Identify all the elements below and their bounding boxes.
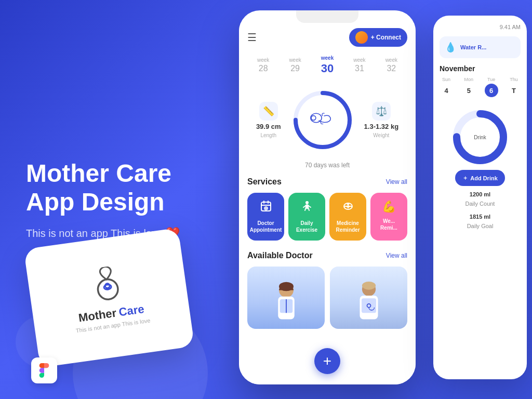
service-fourth-icon: 💪 [382, 200, 396, 214]
service-medicine-reminder[interactable]: MedicineReminder [329, 193, 366, 241]
logo-card: Mother Care This is not an app This is l… [23, 228, 194, 368]
week-selector[interactable]: week 28 week 29 week 30 week 31 week 32 [247, 55, 407, 75]
week-item-29[interactable]: week 29 [289, 57, 301, 73]
doctors-view-all[interactable]: View all [386, 252, 407, 259]
user-avatar [355, 31, 368, 44]
figma-badge [31, 357, 57, 383]
cal-day-mon[interactable]: Mon 5 [462, 77, 475, 97]
length-icon: 📏 [259, 102, 278, 121]
phone-mockup: ☰ + Connect week 28 week 29 week 30 week [239, 10, 416, 384]
brand-name-accent: Care [118, 302, 145, 320]
phone-screen[interactable]: ☰ + Connect week 28 week 29 week 30 week [239, 23, 416, 384]
service-doctor-label: DoctorAppointment [250, 220, 282, 233]
medicine-reminder-icon [342, 200, 354, 216]
doctor-card-female[interactable] [247, 267, 325, 329]
doctor-card-male[interactable] [330, 267, 407, 329]
baby-emoji [313, 105, 332, 135]
service-fourth-label: We...Remi... [380, 218, 397, 231]
service-medicine-label: MedicineReminder [336, 220, 360, 233]
services-view-all[interactable]: View all [386, 178, 407, 185]
doctors-title: Available Doctor [247, 251, 313, 260]
menu-icon[interactable]: ☰ [247, 31, 257, 44]
page-title: Mother Care App Design [26, 159, 213, 216]
plus-icon: ＋ [462, 174, 468, 182]
services-title: Services [247, 177, 282, 187]
services-grid: DoctorAppointment DailyExercise [247, 193, 407, 241]
water-reminder-text: Water R... [460, 44, 486, 50]
right-card-time: 9.41 AM [440, 24, 521, 30]
doctor-cards-grid [247, 267, 407, 329]
calendar-row: Sun 4 Mon 5 Tue 6 Thu T [440, 77, 521, 97]
water-tracker-section: Drink ＋ Add Drink 1200 ml Daily Count 18… [440, 109, 521, 231]
week-item-32[interactable]: week 32 [385, 57, 397, 73]
calendar-section: November Sun 4 Mon 5 Tue 6 Thu T [440, 64, 521, 97]
week-item-30-active[interactable]: week 30 [321, 55, 334, 75]
top-bar: ☰ + Connect [247, 28, 407, 47]
weight-icon: ⚖️ [372, 102, 391, 121]
svg-point-5 [311, 116, 316, 121]
brand-logo-icon [87, 264, 128, 305]
weight-stat: ⚖️ 1.3-1.32 kg Weight [364, 102, 399, 138]
phone-notch [296, 10, 358, 23]
water-count-section: 1200 ml Daily Count [466, 190, 495, 208]
svg-rect-26 [362, 298, 376, 313]
figma-icon [37, 363, 51, 378]
connect-button[interactable]: + Connect [349, 28, 407, 47]
service-doctor-appointment[interactable]: DoctorAppointment [247, 193, 284, 241]
month-label: November [440, 64, 521, 73]
service-exercise-label: DailyExercise [296, 220, 317, 233]
water-goal-section: 1815 ml Daily Goal [467, 212, 494, 231]
cal-day-tue-active[interactable]: Tue 6 [485, 77, 498, 97]
doctor-appointment-icon [260, 200, 272, 216]
water-donut-chart: Drink [451, 109, 509, 166]
right-card: 9.41 AM 💧 Water R... November Sun 4 Mon … [433, 16, 527, 379]
baby-stats-section: 📏 39.9 cm Length [247, 84, 407, 156]
daily-exercise-icon [301, 200, 313, 216]
week-item-31[interactable]: week 31 [353, 57, 365, 73]
days-left-text: 70 days was left [247, 162, 407, 169]
doctor-section: Available Doctor View all [247, 251, 407, 329]
svg-point-28 [362, 282, 375, 290]
service-fourth[interactable]: 💪 We...Remi... [370, 193, 407, 241]
add-drink-button[interactable]: ＋ Add Drink [455, 170, 505, 186]
water-reminder-card[interactable]: 💧 Water R... [440, 36, 521, 58]
week-item-28[interactable]: week 28 [257, 57, 269, 73]
svg-point-23 [279, 282, 294, 291]
doctor-header: Available Doctor View all [247, 251, 407, 260]
svg-point-16 [347, 203, 349, 205]
water-drop-icon: 💧 [445, 42, 456, 53]
fab-button[interactable]: + [314, 348, 340, 374]
cal-day-sun[interactable]: Sun 4 [440, 77, 453, 97]
length-stat: 📏 39.9 cm Length [256, 102, 281, 138]
cal-day-thu[interactable]: Thu T [507, 77, 521, 97]
service-daily-exercise[interactable]: DailyExercise [288, 193, 325, 241]
baby-progress-circle [291, 89, 354, 151]
svg-point-13 [305, 201, 309, 204]
services-header: Services View all [247, 177, 407, 187]
